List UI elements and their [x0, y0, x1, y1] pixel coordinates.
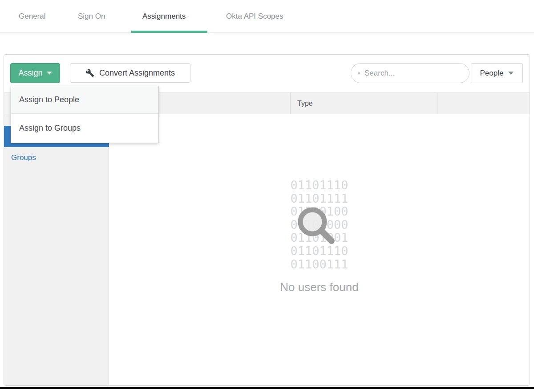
menu-item-label: Assign to Groups	[19, 124, 81, 133]
filter-dropdown-people[interactable]: People	[471, 63, 523, 83]
column-divider	[437, 93, 437, 114]
assign-dropdown-menu: Assign to People Assign to Groups	[11, 86, 159, 143]
bottom-border-bar	[0, 387, 534, 389]
column-header-type: Type	[297, 93, 313, 114]
tab-assignments[interactable]: Assignments	[142, 12, 186, 21]
menu-item-assign-to-people[interactable]: Assign to People	[11, 86, 158, 114]
wrench-icon	[85, 68, 94, 77]
filter-sidebar: Groups	[4, 114, 109, 385]
assign-button[interactable]: Assign	[10, 63, 60, 83]
tab-bar-divider	[0, 32, 534, 33]
tab-sign-on[interactable]: Sign On	[78, 12, 105, 21]
binary-line: 01100111	[109, 258, 530, 271]
convert-assignments-button[interactable]: Convert Assignments	[70, 63, 190, 83]
tab-okta-api-scopes[interactable]: Okta API Scopes	[226, 12, 283, 21]
chevron-down-icon	[508, 72, 514, 75]
binary-line: 01101110	[109, 179, 530, 192]
sidebar-item-groups-label: Groups	[11, 153, 36, 162]
assign-button-label: Assign	[18, 68, 42, 78]
magnifier-icon	[291, 201, 340, 250]
menu-item-assign-to-groups[interactable]: Assign to Groups	[11, 114, 158, 143]
chevron-down-icon	[47, 72, 52, 75]
column-divider	[290, 93, 291, 114]
search-input-container	[351, 63, 469, 83]
results-area: 01101110 01101111 01110100 01101000 0110…	[109, 114, 530, 385]
sidebar-item-groups[interactable]: Groups	[4, 147, 109, 168]
active-tab-underline	[131, 31, 207, 33]
search-input[interactable]	[364, 69, 463, 78]
search-icon	[358, 68, 360, 78]
empty-state-message: No users found	[109, 280, 530, 294]
filter-dropdown-label: People	[480, 69, 504, 78]
assignments-body: Groups 01101110 01101111 01110100 011010…	[4, 114, 530, 385]
tab-general[interactable]: General	[19, 12, 45, 21]
menu-item-label: Assign to People	[19, 95, 79, 104]
convert-assignments-label: Convert Assignments	[99, 68, 175, 78]
